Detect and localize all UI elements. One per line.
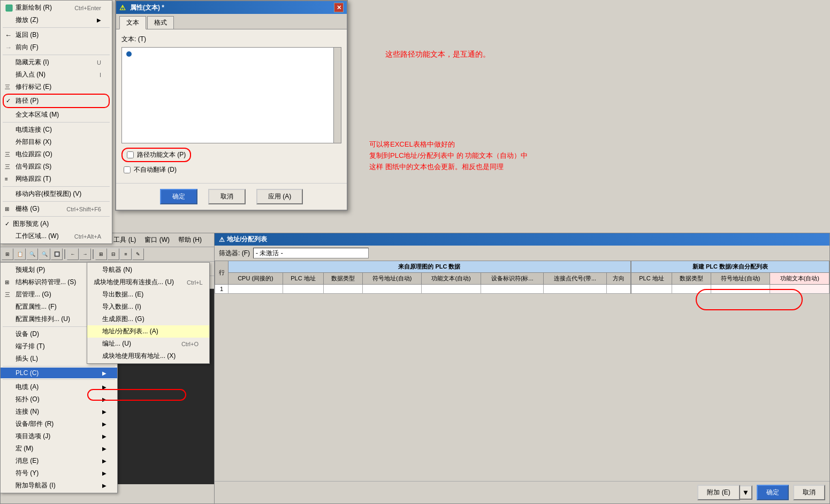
toolbar-btn-3[interactable]: 🔍 [26,248,38,260]
col-header-dest-group: 新建 PLC 数据/来自分配列表 [631,261,829,273]
cell-dest-data-type[interactable] [672,285,711,294]
menu-item-potential-track[interactable]: 三 电位跟踪 (O) [1,148,112,161]
menu-item-grid[interactable]: ⊞ 栅格 (G) Ctrl+Shift+F6 [1,203,112,215]
col-header-source-group: 来自原理图的 PLC 数据 [229,261,631,273]
cancel-button[interactable]: 取消 [208,189,246,204]
cell-conn-code[interactable] [544,285,607,294]
annotation-2: 可以将EXCEL表格中做好的 复制到PLC地址/分配列表中 的 功能文本（自动）… [369,139,528,172]
toolbar-btn-10[interactable]: ≡ [120,248,132,260]
no-auto-translate-label: 不自动翻译 (D) [134,165,177,174]
apply-button[interactable]: 应用 (A) [256,189,303,204]
col-direction: 方向 [606,273,630,285]
menu-item-work-area[interactable]: 工作区域... (W) Ctrl+Alt+A [1,230,112,242]
menu-item-signal-track[interactable]: 三 信号跟踪 (S) [1,161,112,173]
menu-item-insert-point[interactable]: 插入点 (N) I [1,68,112,81]
addr-ok-button[interactable]: 确定 [757,485,789,500]
menu-item-edit-mark[interactable]: 三 修行标记 (E) [1,81,112,93]
cell-cpu[interactable] [229,285,283,294]
cell-direction[interactable] [606,285,630,294]
cell-dest-symbol-addr[interactable] [711,285,770,294]
menu-item-topology[interactable]: 拓扑 (O) ▶ [1,393,117,406]
plc-submenu: 导航器 (N) 成块地使用现有连接点... (U) Ctrl+L 导出数据...… [87,262,210,364]
menu-item-message[interactable]: 消息 (E) ▶ [1,455,117,467]
toolbar-btn-1[interactable]: ⊞ [2,248,13,260]
col-func-text: 功能文本(自动) [422,273,481,285]
menu-item-text-area[interactable]: 全文本区域 (M) [1,109,112,121]
dialog-titlebar: ⚠ 属性(文本) * ✕ [116,1,347,14]
append-dropdown[interactable]: ▼ [740,485,752,500]
menu-item-connection[interactable]: 连接 (N) ▶ [1,406,117,418]
address-panel: ⚠ 地址/分配列表 筛选器: (F) 行 来自原理图的 PLC 数据 新建 PL… [214,233,830,504]
svg-rect-0 [6,5,12,11]
col-dest-func-text: 功能文本(自动) [770,273,829,285]
dialog-close-button[interactable]: ✕ [334,3,344,12]
path-func-text-checkbox[interactable] [127,151,134,158]
address-titlebar: ⚠ 地址/分配列表 [215,233,829,246]
ok-button[interactable]: 确定 [160,189,197,204]
menu-help[interactable]: 帮助 (H) [176,234,204,246]
cell-device-id[interactable] [481,285,544,294]
menu-item-symbol[interactable]: 符号 (Y) ▶ [1,467,117,479]
menu-item-net-track[interactable]: ≡ 网络跟踪 (T) [1,173,112,185]
cell-func-text[interactable] [422,285,481,294]
menu-item-path[interactable]: ✓ 路径 (P) [3,94,110,108]
menu-item-redraw[interactable]: 重新绘制 (R) Ctrl+Enter [1,2,112,14]
submenu-export-data[interactable]: 导出数据... (E) [87,288,209,301]
toolbar-btn-11[interactable]: ✎ [132,248,144,260]
menu-item-shape-preview[interactable]: ✓ 图形预览 (A) [1,218,112,230]
menu-item-device-part[interactable]: 设备/部件 (R) ▶ [1,418,117,430]
append-button-group: 附加 (E) ▼ [697,485,752,500]
menu-item-hanger[interactable]: 宏 (M) ▶ [1,442,117,455]
menu-item-forward[interactable]: → 前向 (F) [1,41,112,54]
address-panel-title: 地址/分配列表 [227,235,267,244]
tab-text[interactable]: 文本 [119,16,146,29]
tab-format[interactable]: 格式 [147,16,174,29]
toolbar-btn-5[interactable]: 🔲 [51,248,63,260]
menu-item-back[interactable]: ← 返回 (B) [1,29,112,41]
col-data-type: 数据类型 [323,273,362,285]
menu-item-plc[interactable]: PLC (C) ▶ [1,368,117,378]
dialog-title: 属性(文本) * [130,3,164,12]
submenu-use-existing[interactable]: 成块地使用现有连接点... (U) Ctrl+L [87,276,209,288]
col-dest-symbol-addr: 符号地址(自动) [711,273,770,285]
toolbar-btn-6[interactable]: ← [67,248,79,260]
cell-data-type[interactable] [323,285,362,294]
menu-item-move-content[interactable]: 移动内容(模型视图) (V) [1,188,112,200]
toolbar-btn-9[interactable]: ⊟ [108,248,119,260]
textarea-scrollbar[interactable] [333,48,341,143]
submenu-edit-address[interactable]: 编址... (U) Ctrl+O [87,338,209,350]
dialog-buttons: 确定 取消 应用 (A) [116,183,347,210]
cell-symbol-addr[interactable] [362,285,421,294]
submenu-use-existing-addr[interactable]: 成块地使用现有地址... (X) [87,350,209,362]
no-auto-translate-row: 不自动翻译 (D) [121,164,341,175]
toolbar-row-1: ⊞ 📋 🔍 🔍 🔲 ← → ⊞ ⊟ ≡ ✎ [1,247,222,262]
cell-dest-func-text[interactable] [770,285,829,294]
menu-item-hide[interactable]: 隐藏元素 (I) U [1,56,112,68]
append-button[interactable]: 附加 (E) [697,485,740,500]
addr-cancel-button[interactable]: 取消 [793,485,825,500]
submenu-address-table[interactable]: 地址/分配列表... (A) [87,325,209,338]
address-table-container: 行 来自原理图的 PLC 数据 新建 PLC 数据/来自分配列表 CPU (间接… [215,261,829,294]
menu-item-project-options[interactable]: 项目选项 (J) ▶ [1,430,117,442]
toolbar-btn-7[interactable]: → [79,248,91,260]
menu-tools[interactable]: 工具 (L) [111,234,138,246]
filter-label: 筛选器: (F) [219,249,250,258]
menu-item-cable-conn[interactable]: 电缆连接 (C) [1,124,112,136]
address-table: 行 来自原理图的 PLC 数据 新建 PLC 数据/来自分配列表 CPU (间接… [215,261,829,294]
cell-plc-addr[interactable] [283,285,323,294]
submenu-import-data[interactable]: 导入数据... (I) [87,301,209,313]
submenu-gen-schematic[interactable]: 生成原图... (G) [87,313,209,325]
toolbar-btn-8[interactable]: ⊞ [95,248,107,260]
submenu-navigator[interactable]: 导航器 (N) [87,264,209,276]
menu-item-ext-target[interactable]: 外部目标 (X) [1,136,112,148]
menu-item-cable[interactable]: 电缆 (A) ▶ [1,381,117,393]
menu-window[interactable]: 窗口 (W) [142,234,172,246]
menu-item-undo[interactable]: 撤放 (Z) ▶ [1,14,112,26]
filter-input[interactable] [253,248,369,258]
no-auto-translate-checkbox[interactable] [124,166,131,173]
col-plc-addr: PLC 地址 [283,273,323,285]
menu-item-nav-append[interactable]: 附加导航器 (I) ▶ [1,479,117,492]
toolbar-btn-4[interactable]: 🔍 [39,248,50,260]
toolbar-btn-2[interactable]: 📋 [14,248,26,260]
cell-dest-plc-addr[interactable] [631,285,672,294]
